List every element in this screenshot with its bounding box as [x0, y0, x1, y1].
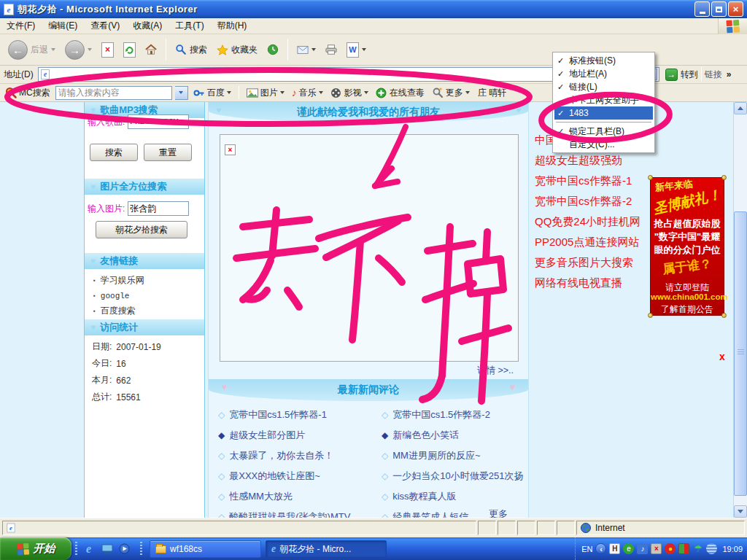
quicklaunch-handle[interactable]	[140, 542, 142, 556]
mc-search-button[interactable]: MC搜索	[3, 87, 53, 99]
home-icon	[145, 44, 157, 55]
ad-banner[interactable]: 新年来临 圣博献礼！ 抢占超值原始股 "数字中国"最耀 眼的分众门户位 属于谁？…	[650, 177, 724, 316]
menu-edit[interactable]: 编辑(E)	[42, 18, 84, 34]
menu-file[interactable]: 文件(F)	[0, 18, 42, 34]
tray-shield-icon[interactable]: ●	[665, 543, 676, 554]
history-button[interactable]	[263, 42, 282, 57]
quicklaunch-ie-icon[interactable]: e	[82, 542, 96, 556]
news-item[interactable]: ◇太暴躁了，劝你去自杀！	[218, 449, 382, 462]
hot-link[interactable]: PP2005点通连接网站	[535, 236, 650, 256]
mail-button[interactable]	[293, 42, 320, 57]
details-link[interactable]: 详情 >>..	[477, 365, 514, 377]
friend-link[interactable]: ▪google	[85, 288, 204, 303]
friend-link[interactable]: ▪百度搜索	[85, 303, 204, 319]
baidu-button[interactable]: 百度	[191, 87, 233, 99]
taskbar-button-ie-active[interactable]: e 朝花夕拾 - Micro...	[266, 540, 387, 558]
tray-network-activity-icon[interactable]	[678, 543, 689, 554]
news-item[interactable]: ◇kiss教程真人版	[382, 490, 523, 503]
menu-favorites[interactable]: 收藏(A)	[126, 18, 169, 34]
scroll-up-button[interactable]	[734, 102, 747, 114]
ie-icon: e	[4, 4, 14, 15]
movies-button[interactable]: 影视	[328, 87, 371, 99]
clock[interactable]: 19:09	[722, 545, 743, 553]
tray-striped-ball-icon[interactable]	[706, 543, 717, 554]
news-item[interactable]: ◇宽带中国cs1.5作弊器-2	[382, 408, 523, 421]
quicklaunch-handle[interactable]	[75, 542, 77, 556]
menu-view[interactable]: 查看(V)	[84, 18, 126, 34]
song-search-button[interactable]: 搜索	[90, 144, 138, 161]
favorites-button[interactable]: 收藏夹	[213, 42, 261, 58]
ad-close-button[interactable]: x	[719, 351, 725, 362]
go-button[interactable]: → 转到	[665, 69, 698, 81]
scrollbar-thumb[interactable]	[734, 211, 747, 496]
heart-icon: ♥	[90, 256, 96, 266]
hot-link[interactable]: 宽带中国cs作弊器-1	[535, 174, 650, 195]
search-button[interactable]: 搜索	[171, 42, 211, 58]
more-button[interactable]: 更多	[430, 87, 472, 99]
heart-icon: ♥	[516, 105, 521, 115]
tray-blue-app-icon[interactable]: ♪	[637, 543, 648, 554]
song-input[interactable]	[128, 114, 189, 129]
hot-link[interactable]: QQ免费24小时挂机网	[535, 215, 650, 236]
search-input-dropdown[interactable]	[175, 86, 188, 100]
tray-network-disconnected-icon[interactable]: ×	[651, 543, 662, 554]
virus-scan-button[interactable]: 在线查毒	[374, 87, 427, 99]
site-search-button[interactable]: 朝花夕拾搜索	[96, 221, 187, 238]
hot-link[interactable]: 宽带中国cs作弊器-2	[535, 195, 650, 215]
image-input[interactable]	[128, 201, 189, 216]
friend-link[interactable]: ▪学习娱乐网	[85, 273, 204, 288]
links-chevron-icon[interactable]: »	[727, 69, 732, 79]
refresh-button[interactable]	[120, 41, 139, 59]
news-item[interactable]: ◇宽带中国cs1.5作弊器-1	[218, 408, 382, 421]
print-button[interactable]	[322, 42, 341, 57]
restore-button[interactable]	[711, 1, 727, 17]
pin-icon	[721, 313, 727, 318]
language-indicator[interactable]: EN	[581, 545, 592, 553]
back-button[interactable]: ← 后退	[4, 39, 59, 61]
close-button[interactable]: ×	[728, 1, 743, 17]
news-item[interactable]: ◇MM进男厕所的反应~	[382, 449, 523, 462]
quicklaunch-media-icon[interactable]	[117, 542, 131, 556]
news-item[interactable]: ◇最XXX的地铁让座图~	[218, 470, 382, 483]
images-button[interactable]: 图片	[244, 87, 287, 99]
scroll-down-button[interactable]	[734, 505, 747, 518]
context-menu-item[interactable]: ✓链接(L)	[554, 80, 653, 93]
taskbar-button-folder[interactable]: wf168cs	[150, 540, 261, 558]
links-label[interactable]: 链接	[705, 69, 722, 81]
tray-collapse-icon[interactable]: ‹	[595, 543, 606, 554]
context-menu-item-selected[interactable]: ✓1483	[554, 106, 653, 120]
search-input[interactable]	[55, 86, 172, 100]
forward-button[interactable]: →	[61, 39, 96, 61]
news-item[interactable]: ◇性感MM大放光	[218, 490, 382, 503]
news-item[interactable]: ◇一少妇当众10小时做爱251次扬...	[382, 470, 523, 483]
tray-green-app-icon[interactable]: e	[623, 543, 634, 554]
film-icon	[330, 87, 342, 98]
partial-links-text[interactable]: 庄 晴轩	[478, 87, 506, 99]
context-menu-item[interactable]: 自定义(C)...	[554, 138, 653, 151]
word-dropdown-icon	[362, 48, 366, 51]
quicklaunch-desktop-icon[interactable]	[100, 542, 114, 556]
printer-icon	[325, 44, 337, 55]
hot-link[interactable]: 网络有线电视直播	[535, 276, 650, 297]
hot-link[interactable]: 更多音乐图片大搜索	[535, 256, 650, 276]
minimize-button[interactable]	[694, 1, 710, 17]
news-item[interactable]: ◆新编色色小笑话	[382, 429, 523, 442]
music-button[interactable]: ♪ 音乐	[290, 87, 325, 99]
news-item[interactable]: ◆超级女生部分图片	[218, 429, 382, 442]
vertical-scrollbar[interactable]	[733, 102, 747, 518]
stop-button[interactable]: ×	[98, 41, 117, 59]
context-menu-item[interactable]: ✓地址栏(A)	[554, 67, 653, 80]
menu-help[interactable]: 帮助(H)	[211, 18, 254, 34]
hot-link[interactable]: 超级女生超级强劲	[535, 154, 650, 174]
tray-ime-icon[interactable]: H	[609, 543, 620, 554]
search-icon	[175, 44, 187, 55]
home-button[interactable]	[142, 42, 160, 57]
start-button[interactable]: 开始	[0, 537, 71, 560]
context-menu-item[interactable]: ✓标准按钮(S)	[554, 54, 653, 67]
context-menu-item[interactable]: ✓锁定工具栏(B)	[554, 125, 653, 138]
context-menu-item[interactable]: 卡卡上网安全助手	[554, 93, 653, 106]
edit-with-word-button[interactable]: W	[343, 41, 370, 59]
song-reset-button[interactable]: 重置	[144, 144, 192, 161]
tray-umbrella-icon[interactable]: ☂	[692, 543, 703, 554]
menu-tools[interactable]: 工具(T)	[169, 18, 210, 34]
